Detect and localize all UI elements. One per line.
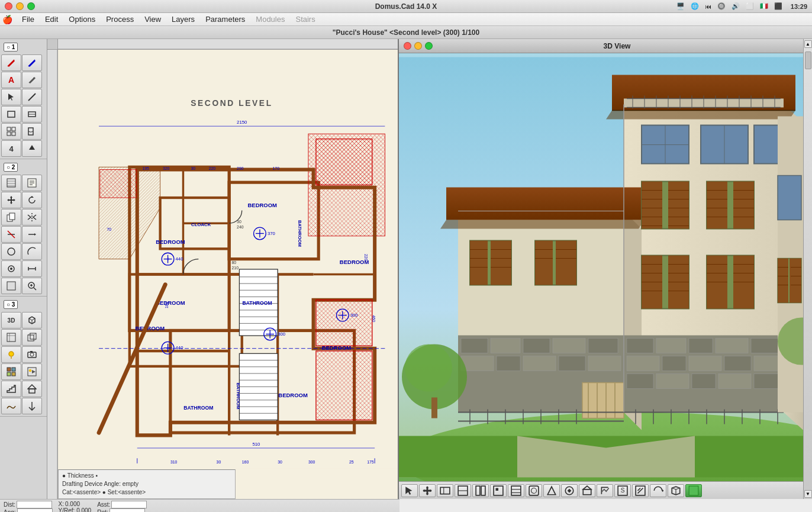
tool-light[interactable] <box>1 346 21 363</box>
apple-menu[interactable]: 🍎 <box>2 15 12 24</box>
3d-tool-b10[interactable] <box>597 484 613 497</box>
3d-tool-b9[interactable] <box>579 484 595 497</box>
3d-tool-b2[interactable] <box>455 484 471 497</box>
tool-number-4[interactable]: 4 <box>1 140 21 157</box>
tool-render[interactable] <box>22 363 42 380</box>
svg-marker-22 <box>7 199 9 201</box>
tool-terrain[interactable] <box>1 398 21 414</box>
svg-rect-26 <box>9 213 15 220</box>
3d-view-content[interactable] <box>399 53 803 481</box>
tool-roof[interactable] <box>22 381 42 397</box>
tool-rotate[interactable] <box>22 192 42 208</box>
svg-rect-272 <box>754 374 781 389</box>
tool-arc[interactable] <box>22 243 42 260</box>
tool-measure[interactable] <box>22 260 42 277</box>
3d-tool-pan[interactable] <box>419 484 436 497</box>
tool-row-s3-5 <box>1 381 46 397</box>
3d-tool-b5[interactable] <box>508 484 524 497</box>
tool-3d[interactable]: 3D <box>1 312 21 329</box>
asst-input[interactable] <box>111 501 147 508</box>
tool-material[interactable] <box>1 363 21 380</box>
3d-tool-b14[interactable] <box>668 484 684 497</box>
menu-item-modules[interactable]: Modules <box>251 14 289 25</box>
tool-copy[interactable] <box>1 209 21 226</box>
3d-tool-b6[interactable] <box>526 484 542 497</box>
svg-text:80: 80 <box>231 260 236 265</box>
3d-tool-arrow[interactable] <box>401 484 418 497</box>
tool-pencil-blue[interactable] <box>22 54 42 71</box>
svg-rect-10 <box>28 128 33 135</box>
3d-tool-b1[interactable] <box>437 484 453 497</box>
tool-hatch[interactable] <box>1 175 21 191</box>
menu-item-parameters[interactable]: Parameters <box>201 14 250 25</box>
svg-text:BEDROOM: BEDROOM <box>136 325 165 331</box>
scroll-thumb[interactable] <box>805 51 811 69</box>
3d-tool-b7[interactable] <box>543 484 560 497</box>
menu-item-stairs[interactable]: Stairs <box>291 14 320 25</box>
menu-item-view[interactable]: View <box>140 14 166 25</box>
3d-tool-b12[interactable] <box>632 484 649 497</box>
tool-wall[interactable] <box>22 106 42 123</box>
menu-item-process[interactable]: Process <box>101 14 138 25</box>
tool-pencil-2[interactable] <box>22 72 42 88</box>
tool-3d-box[interactable] <box>22 312 42 329</box>
3d-tool-b8[interactable] <box>561 484 578 497</box>
tool-line[interactable] <box>22 89 42 105</box>
svg-rect-59 <box>30 351 33 352</box>
svg-rect-271 <box>718 374 751 389</box>
tool-select-1[interactable] <box>1 89 21 105</box>
tool-move[interactable] <box>1 192 21 208</box>
tool-row-2: A <box>1 72 46 88</box>
tool-snap[interactable] <box>1 260 21 277</box>
svg-marker-31 <box>34 233 36 236</box>
title-bar: Domus.Cad 14.0 X 🖥️ 🌐 ⏮ 🔘 🔊 ⬜ 🇮🇹 ⬛ 13:29 <box>0 0 812 13</box>
svg-text:180: 180 <box>165 301 169 308</box>
tool-trim[interactable] <box>1 226 21 243</box>
svg-text:170: 170 <box>273 166 280 170</box>
tool-extend[interactable] <box>22 226 42 243</box>
3d-tool-b4[interactable] <box>490 484 507 497</box>
tool-3d-view1[interactable] <box>1 329 21 346</box>
menu-item-file[interactable]: File <box>17 14 39 25</box>
tool-circle[interactable] <box>1 243 21 260</box>
scroll-down-btn[interactable]: ▼ <box>804 490 812 498</box>
close-button[interactable] <box>5 2 12 10</box>
svg-text:160: 160 <box>242 460 249 464</box>
menu-item-layers[interactable]: Layers <box>167 14 199 25</box>
3d-tool-b3[interactable] <box>472 484 489 497</box>
canvas-area[interactable]: SECOND LEVEL 2150 <box>58 50 398 499</box>
tool-pencil-red[interactable] <box>1 54 21 71</box>
tool-rect[interactable] <box>1 106 21 123</box>
menu-item-edit[interactable]: Edit <box>40 14 63 25</box>
tool-camera[interactable] <box>22 346 42 363</box>
section-badge-2: ○ 2 <box>4 163 18 172</box>
tool-grid[interactable] <box>1 123 21 140</box>
tool-3d-view2[interactable] <box>22 329 42 346</box>
3d-close-btn[interactable] <box>404 42 411 50</box>
scroll-up-btn[interactable]: ▲ <box>804 40 812 48</box>
status-bar: Dist: Ang: X: 0.000 Y/Ref: 0.000 Asst: R… <box>0 499 399 512</box>
tool-text-a[interactable]: A <box>1 72 21 88</box>
main-layout: ○ 1 A <box>0 39 812 499</box>
minimize-button[interactable] <box>16 2 24 10</box>
tool-stair[interactable] <box>1 381 21 397</box>
3d-tool-b13[interactable] <box>650 484 666 497</box>
menu-item-options[interactable]: Options <box>64 14 100 25</box>
tool-edit[interactable] <box>22 175 42 191</box>
3d-max-btn[interactable] <box>425 42 433 50</box>
tool-mirror[interactable] <box>22 209 42 226</box>
dist-input[interactable] <box>17 501 52 508</box>
tool-zoom-in[interactable] <box>22 278 42 294</box>
tool-fill[interactable] <box>1 278 21 294</box>
3d-tool-green[interactable] <box>685 484 702 497</box>
maximize-button[interactable] <box>27 2 35 10</box>
tool-arrow-up[interactable] <box>22 140 42 157</box>
ang-input[interactable] <box>17 508 53 512</box>
3d-min-btn[interactable] <box>414 42 422 50</box>
ret-input[interactable] <box>109 508 145 512</box>
svg-rect-296 <box>497 356 520 371</box>
3d-tool-b11[interactable]: S <box>614 484 631 497</box>
svg-line-369 <box>676 488 680 489</box>
tool-door[interactable] <box>22 123 42 140</box>
tool-import[interactable] <box>22 398 42 414</box>
